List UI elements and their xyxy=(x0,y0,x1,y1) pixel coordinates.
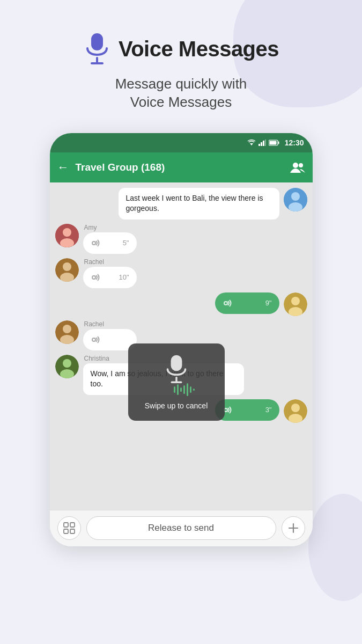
svg-rect-32 xyxy=(177,384,179,395)
svg-rect-31 xyxy=(174,386,175,393)
avatar xyxy=(55,258,79,282)
voice-duration: 10" xyxy=(119,273,129,281)
svg-rect-33 xyxy=(180,387,182,392)
sender-name: Rachel xyxy=(84,320,137,328)
voice-duration: 9" xyxy=(265,299,272,307)
recording-mic-icon xyxy=(162,354,191,383)
svg-rect-49 xyxy=(64,523,68,527)
voice-bubble-green: 3" xyxy=(215,399,279,421)
voice-bubble-green: 9" xyxy=(215,292,279,314)
svg-rect-0 xyxy=(91,33,103,50)
table-row: Rachel 10" xyxy=(55,258,307,288)
msg-content-area: Rachel xyxy=(83,320,137,350)
sound-icon xyxy=(91,272,102,283)
phone-mockup: 12:30 ← Travel Group (168) xyxy=(50,133,313,546)
svg-rect-6 xyxy=(263,141,264,146)
chat-title: Travel Group (168) xyxy=(76,162,284,173)
table-row: Amy 5" xyxy=(55,224,307,254)
avatar xyxy=(55,224,79,247)
avatar xyxy=(284,292,307,316)
sound-icon xyxy=(223,298,234,309)
header-subtitle: Message quickly with Voice Messages xyxy=(0,75,362,112)
svg-point-39 xyxy=(63,325,71,333)
voice-bubble: 10" xyxy=(83,267,137,288)
svg-rect-51 xyxy=(64,529,68,533)
svg-point-17 xyxy=(63,228,71,237)
sender-name: Rachel xyxy=(84,258,137,266)
header-title-row: Voice Messages xyxy=(0,32,362,65)
table-row: Last week I went to Bali, the view there… xyxy=(55,188,307,219)
group-icon[interactable] xyxy=(290,161,305,174)
svg-rect-7 xyxy=(265,140,266,146)
back-button[interactable]: ← xyxy=(57,160,69,174)
status-time: 12:30 xyxy=(285,138,304,147)
subtitle-line2: Voice Messages xyxy=(130,94,232,110)
svg-point-19 xyxy=(92,241,95,245)
svg-rect-9 xyxy=(278,141,279,144)
svg-point-46 xyxy=(291,404,300,412)
svg-marker-3 xyxy=(250,143,253,145)
avatar xyxy=(55,320,79,344)
release-label: Release to send xyxy=(148,523,214,533)
grid-icon xyxy=(63,522,76,535)
svg-rect-52 xyxy=(70,529,75,533)
msg-content-area: 3" xyxy=(215,399,279,421)
svg-rect-36 xyxy=(190,386,191,393)
phone-wrapper: 12:30 ← Travel Group (168) xyxy=(0,133,362,546)
svg-rect-10 xyxy=(269,141,276,144)
sound-icon xyxy=(91,334,102,345)
grid-button[interactable] xyxy=(57,516,81,540)
plus-button[interactable] xyxy=(282,516,305,540)
swipe-cancel-text: Swipe up to cancel xyxy=(145,401,208,410)
mic-icon-large xyxy=(83,32,111,65)
messages-area: Last week I went to Bali, the view there… xyxy=(50,182,313,510)
bottom-bar: Release to send xyxy=(50,510,313,546)
svg-point-21 xyxy=(63,262,71,271)
svg-point-25 xyxy=(291,297,300,305)
svg-point-12 xyxy=(299,163,303,167)
svg-point-11 xyxy=(293,163,298,168)
plus-icon xyxy=(287,522,299,534)
svg-rect-50 xyxy=(70,523,75,527)
svg-rect-37 xyxy=(193,389,195,391)
svg-point-23 xyxy=(92,276,95,279)
header-title: Voice Messages xyxy=(119,37,279,61)
voice-bubble: 5" xyxy=(83,232,137,254)
header-section: Voice Messages Message quickly with Voic… xyxy=(0,0,362,122)
sound-wave-icon xyxy=(174,383,195,396)
svg-point-43 xyxy=(63,359,71,368)
avatar xyxy=(284,188,307,211)
battery-icon xyxy=(269,140,279,146)
sound-icon xyxy=(91,238,102,248)
chat-header: ← Travel Group (168) xyxy=(50,152,313,182)
voice-duration: 5" xyxy=(123,239,129,247)
table-row: 9" xyxy=(55,292,307,316)
svg-point-14 xyxy=(291,192,300,201)
svg-point-41 xyxy=(92,338,95,341)
signal-icon xyxy=(258,140,266,146)
msg-bubble: Last week I went to Bali, the view there… xyxy=(119,188,279,219)
release-to-send-button[interactable]: Release to send xyxy=(86,516,276,540)
voice-duration: 3" xyxy=(265,406,272,414)
svg-rect-35 xyxy=(187,383,188,396)
status-bar: 12:30 xyxy=(50,133,313,152)
svg-rect-5 xyxy=(261,142,262,146)
msg-content-area: Last week I went to Bali, the view there… xyxy=(119,188,279,219)
sender-name: Amy xyxy=(84,224,137,231)
svg-rect-4 xyxy=(258,144,260,146)
msg-content-area: Amy 5" xyxy=(83,224,137,254)
avatar xyxy=(55,355,79,378)
recording-overlay: Swipe up to cancel xyxy=(128,343,225,421)
svg-point-27 xyxy=(224,302,227,305)
svg-rect-34 xyxy=(183,385,185,394)
svg-rect-28 xyxy=(171,355,182,371)
msg-content-area: 9" xyxy=(215,292,279,314)
subtitle-line1: Message quickly with xyxy=(115,76,247,92)
avatar xyxy=(284,399,307,423)
wifi-icon xyxy=(247,139,256,147)
msg-content-area: Rachel 10" xyxy=(83,258,137,288)
status-icons xyxy=(247,139,279,147)
